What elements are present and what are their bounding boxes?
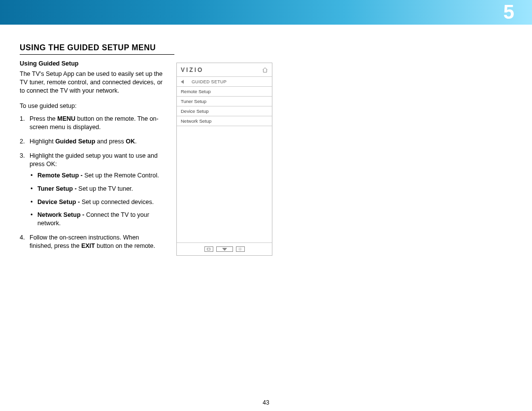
footer-gear-icon	[236, 246, 245, 252]
bold-guided-setup: Guided Setup	[55, 138, 95, 145]
panel-body	[177, 126, 272, 242]
manual-page: 5 USING THE GUIDED SETUP MENU Using Guid…	[0, 0, 532, 411]
bold-menu: MENU	[57, 115, 75, 122]
bullet-network: Network Setup - Connect the TV to your n…	[30, 211, 163, 228]
bullet-tuner: Tuner Setup - Set up the TV tuner.	[30, 185, 163, 193]
text: button on the remote.	[95, 242, 155, 249]
bold-ok: OK	[126, 138, 135, 145]
step-4: Follow the on-screen instructions. When …	[20, 234, 163, 250]
bullet-list: Remote Setup - Set up the Remote Control…	[30, 171, 163, 228]
text: Highlight the guided setup you want to u…	[30, 152, 158, 168]
section-title: USING THE GUIDED SETUP MENU	[20, 43, 512, 52]
footer-box-icon	[204, 246, 213, 252]
section-underline	[20, 54, 174, 55]
home-icon	[262, 67, 268, 73]
text: Set up the TV tuner.	[78, 185, 133, 192]
bold: Tuner Setup -	[37, 185, 78, 192]
footer-down-icon	[216, 246, 233, 252]
subsection-title: Using Guided Setup	[20, 60, 163, 68]
columns: Using Guided Setup The TV's Setup App ca…	[20, 60, 512, 256]
panel-header: VIZIO	[177, 63, 272, 77]
text: Set up connected devices.	[82, 199, 154, 206]
step-1: Press the MENU button on the remote. The…	[20, 115, 163, 132]
text: Highlight	[30, 138, 55, 145]
bold: Device Setup -	[37, 199, 82, 206]
menu-item-network: Network Setup	[177, 116, 272, 126]
tv-menu-panel: VIZIO GUIDED SETUP Remote Setup Tuner Se…	[176, 63, 272, 256]
brand-logo: VIZIO	[181, 67, 203, 73]
chapter-banner: 5	[0, 0, 532, 25]
menu-item-remote: Remote Setup	[177, 87, 272, 97]
page-number: 43	[0, 399, 532, 406]
steps-list: Press the MENU button on the remote. The…	[20, 115, 163, 250]
intro-paragraph: The TV's Setup App can be used to easily…	[20, 70, 163, 95]
lead-line: To use guided setup:	[20, 102, 163, 110]
bold: Network Setup -	[37, 211, 86, 218]
step-3: Highlight the guided setup you want to u…	[20, 152, 163, 228]
menu-item-device: Device Setup	[177, 106, 272, 116]
panel-title: GUIDED SETUP	[192, 79, 227, 84]
text-column: Using Guided Setup The TV's Setup App ca…	[20, 60, 163, 256]
text: .	[135, 138, 136, 145]
page-content: USING THE GUIDED SETUP MENU Using Guided…	[0, 25, 532, 256]
menu-item-tuner: Tuner Setup	[177, 97, 272, 106]
text: Press the	[30, 115, 57, 122]
svg-point-0	[239, 248, 240, 249]
back-icon	[181, 80, 184, 84]
panel-footer	[177, 242, 272, 255]
step-2: Highlight Guided Setup and press OK.	[20, 137, 163, 146]
bold: Remote Setup -	[37, 172, 84, 179]
panel-title-row: GUIDED SETUP	[177, 77, 272, 87]
chapter-number: 5	[503, 1, 514, 23]
text: and press	[95, 138, 126, 145]
bullet-remote: Remote Setup - Set up the Remote Control…	[30, 171, 163, 180]
text: Set up the Remote Control.	[84, 172, 159, 179]
bullet-device: Device Setup - Set up connected devices.	[30, 198, 163, 206]
bold-exit: EXIT	[81, 242, 95, 249]
